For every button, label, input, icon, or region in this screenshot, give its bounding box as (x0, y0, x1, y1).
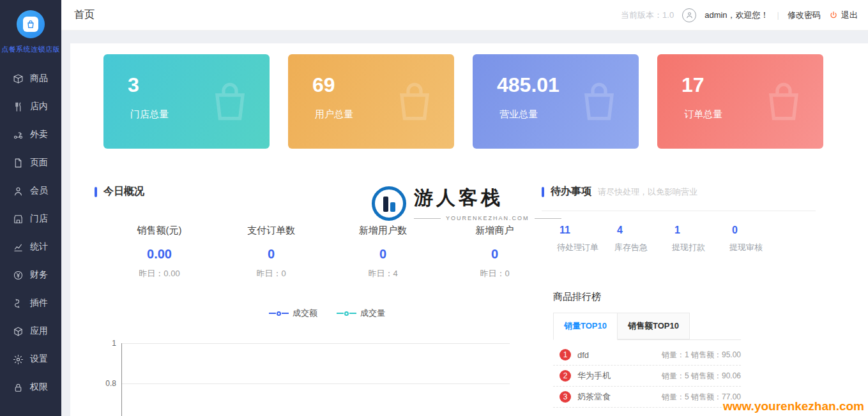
todo-pending-orders[interactable]: 11 待处理订单 (557, 225, 598, 253)
sidebar-item-dinein[interactable]: 店内 (0, 93, 61, 121)
metric-new-users: 新增用户数 0 昨日：4 (327, 225, 439, 279)
dine-in-icon (13, 101, 24, 112)
card-ghost-bag-icon (204, 76, 255, 127)
y-axis-tick: 1 (97, 339, 116, 348)
metric-label: 新增用户数 (327, 225, 439, 237)
legend-item-turnover-amount[interactable]: 成交额 (269, 308, 317, 319)
legend-dot-icon (277, 311, 281, 316)
card-ghost-bag-icon (389, 76, 440, 127)
turnover-line-chart: 1 0.8 (121, 343, 510, 416)
logout-button[interactable]: 退出 (829, 10, 858, 21)
logout-label: 退出 (841, 10, 858, 21)
lock-icon (13, 382, 24, 393)
tab-sales-amount-top10[interactable]: 销售额TOP10 (618, 313, 690, 339)
todo-items-row: 11 待处理订单 4 库存告急 1 提现打款 0 提现审核 (557, 225, 770, 253)
avatar-icon[interactable] (682, 8, 696, 22)
todo-value: 0 (732, 225, 770, 236)
sidebar: 点餐系统连锁店版 商品 店内 外卖 页面 会员 (0, 0, 61, 416)
sidebar-item-settings[interactable]: 设置 (0, 345, 61, 373)
todo-label: 待处理订单 (557, 242, 598, 253)
metric-label: 支付订单数 (215, 225, 327, 237)
ranking-row[interactable]: 3 奶茶堂食 销量：5 销售额：77.00 (553, 387, 741, 408)
sidebar-item-goods[interactable]: 商品 (0, 64, 61, 93)
todo-label: 提现打款 (672, 242, 713, 253)
legend-item-turnover-count[interactable]: 成交量 (337, 308, 385, 319)
sidebar-item-pages[interactable]: 页面 (0, 149, 61, 177)
stat-card-stores: 3 门店总量 (103, 54, 270, 149)
apps-cube-icon (13, 326, 24, 337)
ranking-row[interactable]: 2 华为手机 销量：5 销售额：90.06 (553, 366, 741, 387)
sidebar-item-permissions[interactable]: 权限 (0, 373, 61, 401)
sidebar-item-plugins[interactable]: 插件 (0, 289, 61, 317)
rank-badge: 2 (560, 370, 571, 382)
stat-card-revenue: 485.01 营业总量 (473, 54, 639, 149)
ranking-row[interactable]: 1 dfd 销量：1 销售额：95.00 (553, 345, 741, 366)
rank-badge: 1 (560, 349, 571, 360)
version-text: 当前版本：1.0 (621, 10, 674, 21)
product-name: 奶茶堂食 (577, 391, 611, 403)
sidebar-item-stores[interactable]: 门店 (0, 205, 61, 233)
todo-value: 11 (560, 225, 598, 236)
metric-value: 0 (327, 247, 439, 262)
tab-sales-volume-top10[interactable]: 销量TOP10 (553, 313, 618, 340)
card-ghost-bag-icon (574, 76, 625, 127)
center-watermark: 游人客栈 YOURENKEZHAN.COM (372, 185, 561, 221)
sidebar-item-takeout[interactable]: 外卖 (0, 121, 61, 149)
todo-low-stock[interactable]: 4 库存告急 (614, 225, 655, 253)
card-ghost-bag-icon (758, 76, 809, 127)
stat-cards-row: 3 门店总量 69 用户总量 485.01 营业总量 17 订单总量 (103, 54, 823, 149)
welcome-text: admin，欢迎您！ (704, 10, 768, 21)
product-stats: 销量：5 销售额：90.06 (662, 371, 741, 382)
metric-value: 0 (439, 247, 551, 262)
todo-withdraw-pay[interactable]: 1 提现打款 (672, 225, 713, 253)
todo-withdraw-review[interactable]: 0 提现审核 (729, 225, 770, 253)
today-section-title: 今日概况 (95, 185, 144, 198)
power-icon (829, 11, 838, 20)
metric-value: 0 (215, 247, 327, 262)
product-name: 华为手机 (577, 370, 611, 382)
rank-badge: 3 (560, 391, 571, 403)
todo-divider (542, 211, 816, 211)
todo-hint-text: 请尽快处理，以免影响营业 (598, 186, 697, 198)
metric-yesterday: 昨日：0.00 (103, 268, 215, 279)
metric-sales: 销售额(元) 0.00 昨日：0.00 (103, 225, 215, 279)
dashboard-page: 点餐系统连锁店版 商品 店内 外卖 页面 会员 (0, 0, 868, 416)
site-watermark: www.yourenkezhan.com (723, 399, 864, 413)
todo-label: 库存告急 (614, 242, 655, 253)
content-area: 3 门店总量 69 用户总量 485.01 营业总量 17 订单总量 (61, 31, 868, 416)
y-axis-tick: 0.8 (97, 379, 116, 388)
metric-yesterday: 昨日：0 (215, 268, 327, 279)
sidebar-item-label: 应用 (30, 325, 48, 337)
sidebar-item-apps[interactable]: 应用 (0, 317, 61, 345)
metric-new-merchants: 新增商户 0 昨日：0 (439, 225, 551, 279)
sidebar-item-label: 页面 (30, 157, 48, 168)
product-name: dfd (577, 350, 589, 360)
legend-label: 成交额 (293, 308, 317, 319)
change-password-button[interactable]: 修改密码 (788, 10, 821, 21)
metric-paid-orders: 支付订单数 0 昨日：0 (215, 225, 327, 279)
metric-value: 0.00 (103, 247, 215, 262)
legend-line-icon (337, 313, 344, 314)
sidebar-item-members[interactable]: 会员 (0, 177, 61, 205)
legend-line-icon (349, 313, 356, 314)
sidebar-item-statistics[interactable]: 统计 (0, 233, 61, 261)
stats-chart-icon (13, 242, 24, 253)
main-panel: 3 门店总量 69 用户总量 485.01 营业总量 17 订单总量 (70, 43, 868, 416)
watermark-line (535, 218, 561, 219)
sidebar-item-finance[interactable]: 财务 (0, 261, 61, 289)
stat-card-users: 69 用户总量 (288, 54, 454, 149)
metric-yesterday: 昨日：0 (439, 268, 551, 279)
page-title: 首页 (74, 8, 95, 22)
metric-yesterday: 昨日：4 (327, 268, 439, 279)
legend-line-icon (269, 313, 276, 314)
header-divider: | (777, 10, 779, 20)
sidebar-item-label: 权限 (30, 382, 48, 393)
sidebar-item-label: 统计 (30, 241, 48, 253)
sidebar-item-label: 商品 (30, 73, 48, 84)
sidebar-nav: 商品 店内 外卖 页面 会员 门店 (0, 64, 61, 401)
sidebar-item-label: 设置 (30, 353, 48, 365)
goods-icon (13, 73, 24, 84)
takeout-scooter-icon (13, 130, 24, 140)
todo-value: 4 (617, 225, 655, 236)
watermark-line (414, 218, 441, 219)
